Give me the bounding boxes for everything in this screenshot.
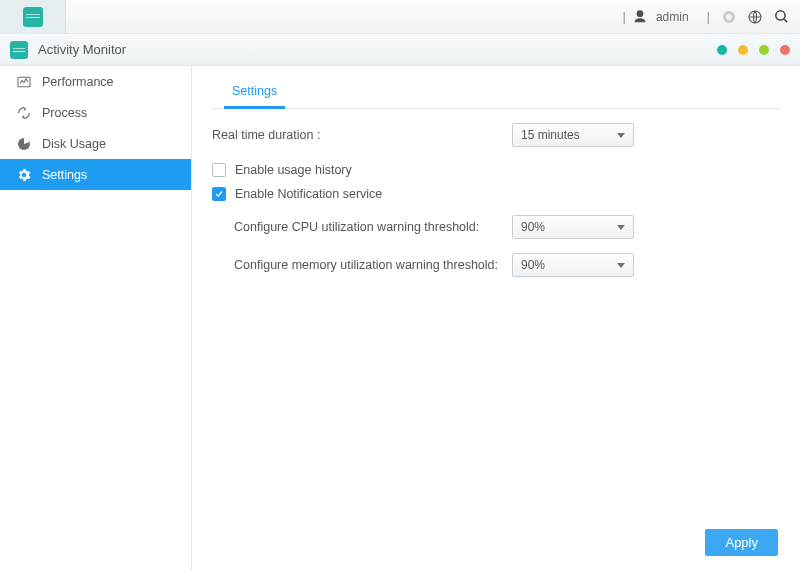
checkbox-icon: [212, 163, 226, 177]
search-icon[interactable]: [768, 4, 794, 30]
main-content: Settings Real time duration : 15 minutes…: [192, 66, 800, 570]
sidebar-item-label: Performance: [42, 75, 114, 89]
window-dot[interactable]: [738, 45, 748, 55]
window-dot[interactable]: [780, 45, 790, 55]
notification-icon[interactable]: [716, 4, 742, 30]
realtime-duration-select[interactable]: 15 minutes: [512, 123, 634, 147]
sidebar-item-label: Disk Usage: [42, 137, 106, 151]
cpu-threshold-select[interactable]: 90%: [512, 215, 634, 239]
tab-settings[interactable]: Settings: [224, 78, 285, 109]
user-area[interactable]: admin: [632, 9, 689, 25]
divider-icon: |: [707, 9, 710, 24]
chevron-down-icon: [617, 263, 625, 268]
sidebar: Performance Process Disk Usage Settings: [0, 66, 192, 570]
memory-threshold-label: Configure memory utilization warning thr…: [234, 258, 512, 272]
system-bar: | admin |: [0, 0, 800, 34]
cpu-threshold-label: Configure CPU utilization warning thresh…: [234, 220, 512, 234]
settings-form: Real time duration : 15 minutes Enable u…: [212, 109, 780, 291]
globe-icon[interactable]: [742, 4, 768, 30]
gear-icon: [16, 167, 32, 183]
chevron-down-icon: [617, 133, 625, 138]
window-dot[interactable]: [717, 45, 727, 55]
performance-icon: [16, 74, 32, 90]
sidebar-item-label: Process: [42, 106, 87, 120]
app-switcher-button[interactable]: [0, 0, 66, 34]
activity-monitor-icon: [10, 41, 28, 59]
sidebar-item-performance[interactable]: Performance: [0, 66, 191, 97]
chevron-down-icon: [617, 225, 625, 230]
apply-button[interactable]: Apply: [705, 529, 778, 556]
window-title: Activity Monitor: [38, 42, 126, 57]
divider-icon: |: [623, 9, 626, 24]
checkbox-icon: [212, 187, 226, 201]
process-icon: [16, 105, 32, 121]
realtime-duration-label: Real time duration :: [212, 128, 512, 142]
enable-usage-history-checkbox[interactable]: Enable usage history: [212, 163, 352, 177]
user-label: admin: [656, 10, 689, 24]
sidebar-item-process[interactable]: Process: [0, 97, 191, 128]
activity-monitor-icon: [23, 7, 43, 27]
enable-notification-checkbox[interactable]: Enable Notification service: [212, 187, 382, 201]
disk-usage-icon: [16, 136, 32, 152]
sidebar-item-label: Settings: [42, 168, 87, 182]
sidebar-item-settings[interactable]: Settings: [0, 159, 191, 190]
svg-point-1: [726, 14, 732, 20]
sidebar-item-disk-usage[interactable]: Disk Usage: [0, 128, 191, 159]
memory-threshold-select[interactable]: 90%: [512, 253, 634, 277]
window-titlebar: Activity Monitor: [0, 34, 800, 66]
user-icon: [632, 9, 648, 25]
window-dot[interactable]: [759, 45, 769, 55]
svg-point-3: [775, 11, 784, 20]
tab-bar: Settings: [212, 78, 780, 109]
